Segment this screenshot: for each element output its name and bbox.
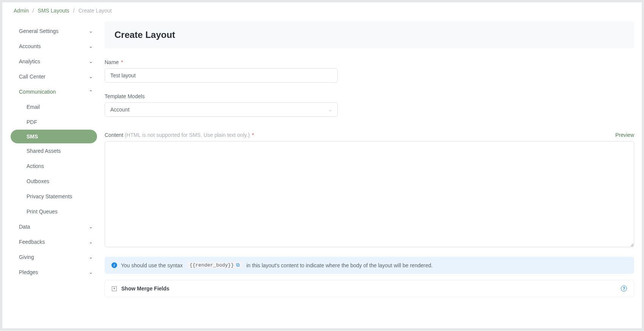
chevron-down-icon: ⌄ [89,29,92,34]
render-body-snippet: {{render_body}} ⧉ [186,262,243,269]
sidebar-item-feedbacks[interactable]: Feedbacks ⌄ [2,234,101,249]
sidebar: General Settings ⌄ Accounts ⌄ Analytics … [2,19,101,309]
syntax-info-bar: i You should use the syntax {{render_bod… [105,257,634,274]
content-textarea[interactable] [105,141,634,247]
chevron-down-icon: ⌄ [89,44,92,49]
info-text-pre: You should use the syntax [121,262,183,268]
name-input[interactable] [105,68,338,83]
chevron-down-icon: ⌄ [89,240,92,245]
sidebar-item-call-center[interactable]: Call Center ⌄ [2,69,101,84]
sidebar-item-communication[interactable]: Communication ⌃ [2,84,101,99]
merge-fields-panel[interactable]: + Show Merge Fields ? [105,280,634,297]
required-indicator: * [252,132,254,138]
copy-icon[interactable]: ⧉ [236,262,240,268]
sidebar-item-label: Communication [19,89,56,95]
help-icon[interactable]: ? [621,286,627,292]
sidebar-item-label: Analytics [19,58,40,64]
select-value: Account [110,107,130,113]
sidebar-sub-email[interactable]: Email [2,99,101,115]
sidebar-item-analytics[interactable]: Analytics ⌄ [2,54,101,69]
name-label: Name * [105,59,634,65]
main-content: Create Layout Name * Template Models Acc… [101,19,642,309]
label-text: Name [105,59,119,65]
info-text-post: in this layout's content to indicate whe… [246,262,432,268]
breadcrumb-separator: / [73,8,75,14]
breadcrumb-sms-layouts[interactable]: SMS Layouts [38,8,69,14]
chevron-down-icon: ⌄ [89,270,92,275]
page-title-box: Create Layout [105,21,634,49]
sidebar-item-label: Pledges [19,269,38,275]
sidebar-item-label: General Settings [19,28,58,34]
expand-icon: + [112,286,117,291]
sidebar-sub-print-queues[interactable]: Print Queues [2,204,101,219]
merge-fields-title: Show Merge Fields [121,286,169,292]
sidebar-sub-pdf[interactable]: PDF [2,115,101,130]
sidebar-sub-shared-assets[interactable]: Shared Assets [2,143,101,158]
chevron-down-icon: ⌄ [329,107,332,112]
sidebar-item-label: Feedbacks [19,239,45,245]
template-models-label: Template Models [105,93,634,99]
chevron-down-icon: ⌄ [89,224,92,229]
template-models-select[interactable]: Account ⌄ [105,102,338,117]
chevron-up-icon: ⌃ [89,89,92,94]
breadcrumb-admin[interactable]: Admin [14,8,29,14]
chevron-down-icon: ⌄ [89,59,92,64]
sidebar-item-general-settings[interactable]: General Settings ⌄ [2,24,101,39]
content-label: Content (HTML is not supported for SMS. … [105,132,254,138]
sidebar-item-label: Call Center [19,74,45,80]
sidebar-sub-actions[interactable]: Actions [2,158,101,174]
sidebar-sub-privacy-statements[interactable]: Privacy Statements [2,189,101,204]
sidebar-sub-outboxes[interactable]: Outboxes [2,174,101,189]
page-title: Create Layout [114,30,624,40]
sidebar-item-giving[interactable]: Giving ⌄ [2,249,101,265]
chevron-down-icon: ⌄ [89,255,92,260]
info-icon: i [111,262,117,268]
code-text: {{render_body}} [190,262,234,268]
sidebar-item-label: Accounts [19,43,41,49]
sidebar-item-label: Giving [19,254,34,260]
sidebar-item-accounts[interactable]: Accounts ⌄ [2,39,101,54]
required-indicator: * [121,59,123,65]
sidebar-sub-sms[interactable]: SMS [11,130,97,143]
label-hint: (HTML is not supported for SMS. Use plai… [125,132,250,138]
sidebar-item-data[interactable]: Data ⌄ [2,219,101,234]
chevron-down-icon: ⌄ [89,74,92,79]
breadcrumb-separator: / [33,8,34,14]
sidebar-item-pledges[interactable]: Pledges ⌄ [2,265,101,280]
breadcrumb-current: Create Layout [78,8,112,14]
preview-link[interactable]: Preview [615,132,634,138]
label-text: Content [105,132,123,138]
breadcrumb: Admin / SMS Layouts / Create Layout [2,2,642,19]
sidebar-item-label: Data [19,224,30,230]
